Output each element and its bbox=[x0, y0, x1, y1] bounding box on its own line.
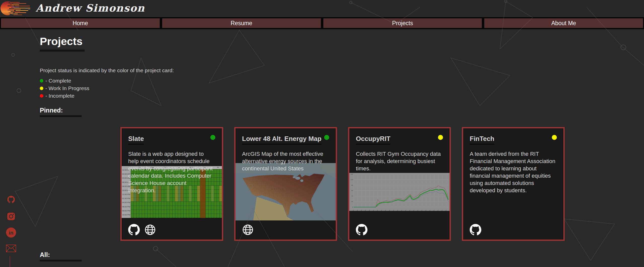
glitch-sun-logo bbox=[0, 1, 32, 16]
main-nav: Home Resume Projects About Me bbox=[0, 17, 644, 29]
status-legend: Project status is indicated by the color… bbox=[40, 67, 174, 100]
card-links bbox=[242, 224, 254, 236]
svg-text:40: 40 bbox=[351, 195, 353, 197]
card-links bbox=[356, 224, 367, 236]
svg-text:100: 100 bbox=[351, 179, 353, 180]
legend-intro: Project status is indicated by the color… bbox=[40, 67, 174, 73]
project-card-fintech: FinTech A team derived from the RIT Fina… bbox=[462, 127, 565, 241]
card-title: FinTech bbox=[470, 135, 494, 145]
legend-item-wip: - Work In Progress bbox=[40, 85, 174, 92]
github-icon[interactable] bbox=[128, 224, 140, 236]
social-sidebar: in bbox=[6, 196, 16, 252]
svg-text:80: 80 bbox=[351, 184, 353, 186]
svg-text:0: 0 bbox=[352, 206, 353, 208]
page-title-block: Projects bbox=[40, 35, 85, 52]
linkedin-icon[interactable]: in bbox=[6, 227, 16, 238]
nav-projects[interactable]: Projects bbox=[323, 18, 482, 28]
status-dot bbox=[210, 135, 215, 140]
pinned-cards-row: Slate Slate is a web app designed to hel… bbox=[120, 127, 565, 241]
project-card-slate: Slate Slate is a web app designed to hel… bbox=[120, 127, 223, 241]
card-description: A team derived from the RIT Financial Ma… bbox=[470, 150, 557, 194]
card-links bbox=[128, 224, 156, 236]
status-dot bbox=[324, 135, 329, 140]
nav-about-me[interactable]: About Me bbox=[484, 18, 643, 28]
svg-text:in: in bbox=[9, 230, 13, 236]
card-title: Slate bbox=[128, 135, 144, 145]
card-title: OccupyRIT bbox=[356, 135, 390, 145]
legend-label: - Incomplete bbox=[45, 93, 75, 99]
title-underline bbox=[40, 50, 85, 52]
project-card-occupyrit: OccupyRIT Collects RIT Gym Occupancy dat… bbox=[348, 127, 451, 241]
website-globe-icon[interactable] bbox=[242, 224, 254, 236]
time-label: 10:00 PM bbox=[122, 214, 131, 218]
instagram-icon[interactable] bbox=[7, 212, 15, 220]
legend-label: - Work In Progress bbox=[45, 85, 89, 91]
time-label: 02:00 PM bbox=[122, 198, 131, 202]
time-label: 04:00 PM bbox=[122, 202, 131, 206]
status-dot bbox=[552, 135, 557, 140]
incomplete-dot bbox=[40, 94, 43, 98]
portfolio-page: { "header": { "name": "Andrew Simonson" … bbox=[0, 0, 644, 267]
card-links bbox=[470, 224, 481, 236]
site-name: Andrew Simonson bbox=[36, 2, 145, 14]
all-heading: All: bbox=[40, 251, 82, 258]
svg-text:20: 20 bbox=[351, 201, 353, 202]
occupancy-chart-svg: 02040608010012000:0001:0002:0003:0004:00… bbox=[349, 173, 450, 211]
legend-item-complete: - Complete bbox=[40, 77, 174, 85]
svg-text:60: 60 bbox=[351, 190, 353, 192]
email-icon[interactable] bbox=[6, 245, 16, 252]
map-label: UNITED STATES bbox=[271, 188, 299, 190]
svg-text:120: 120 bbox=[351, 173, 353, 175]
status-dot bbox=[438, 135, 443, 140]
nav-resume[interactable]: Resume bbox=[162, 18, 321, 28]
github-icon[interactable] bbox=[470, 224, 481, 236]
site-header: Andrew Simonson bbox=[0, 0, 644, 17]
all-underline bbox=[40, 260, 82, 261]
pinned-heading: Pinned: bbox=[40, 107, 82, 114]
complete-dot bbox=[40, 79, 43, 83]
occupancy-chart-image: 02040608010012000:0001:0002:0003:0004:00… bbox=[349, 173, 450, 211]
time-label: 06:00 PM bbox=[122, 206, 131, 210]
pinned-underline bbox=[40, 115, 82, 117]
legend-label: - Complete bbox=[45, 78, 71, 84]
project-card-energy-map: Lower 48 Alt. Energy Map ArcGIS Map of t… bbox=[234, 127, 337, 241]
card-description: Slate is a web app designed to help even… bbox=[128, 150, 215, 194]
github-icon[interactable] bbox=[7, 196, 15, 203]
page-title: Projects bbox=[40, 35, 85, 48]
website-globe-icon[interactable] bbox=[144, 224, 156, 236]
card-title: Lower 48 Alt. Energy Map bbox=[242, 135, 321, 145]
card-description: Collects RIT Gym Occupancy data for anal… bbox=[356, 150, 443, 172]
pinned-section-heading: Pinned: bbox=[40, 107, 82, 117]
nav-home[interactable]: Home bbox=[1, 18, 160, 28]
wip-dot bbox=[40, 87, 43, 90]
card-description: ArcGIS Map of the most effective alterna… bbox=[242, 150, 329, 172]
github-icon[interactable] bbox=[356, 224, 367, 236]
sidebar-accent-line bbox=[10, 256, 10, 267]
legend-item-incomplete: - Incomplete bbox=[40, 92, 174, 100]
time-label: 08:00 PM bbox=[122, 210, 131, 214]
time-label: 12:00 PM bbox=[122, 194, 131, 198]
all-section-heading: All: bbox=[40, 251, 82, 261]
